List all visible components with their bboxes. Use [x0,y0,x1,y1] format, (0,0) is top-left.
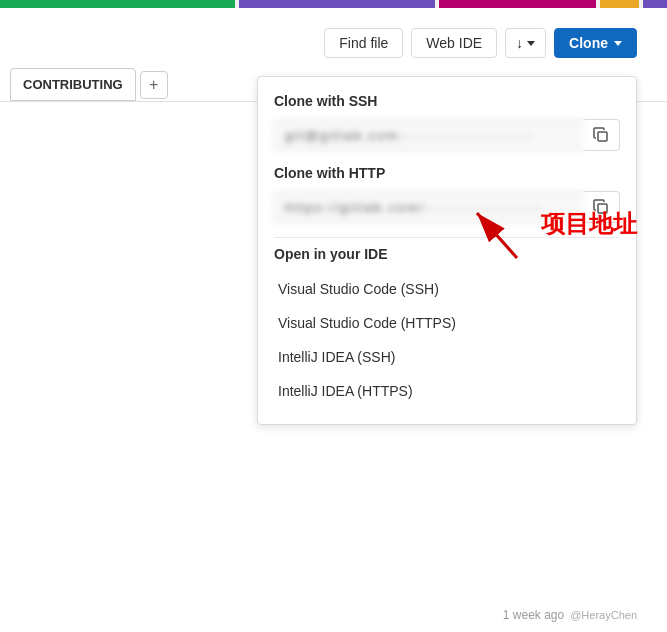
download-chevron-icon [527,41,535,46]
timestamp: 1 week ago [503,608,564,622]
find-file-button[interactable]: Find file [324,28,403,58]
watermark: @HerayChen [570,609,637,621]
ssh-section-title: Clone with SSH [274,93,620,109]
clone-chevron-icon [614,41,622,46]
ide-option-intellij-ssh[interactable]: IntelliJ IDEA (SSH) [274,340,620,374]
color-bar-teal [0,0,235,8]
toolbar: Find file Web IDE ↓ Clone [0,8,667,68]
ide-option-vscode-ssh[interactable]: Visual Studio Code (SSH) [274,272,620,306]
clone-label: Clone [569,35,608,51]
color-bar-purple [239,0,435,8]
ide-option-intellij-https[interactable]: IntelliJ IDEA (HTTPS) [274,374,620,408]
ssh-copy-button[interactable] [583,119,620,151]
tab-contributing[interactable]: CONTRIBUTING [10,68,136,101]
clone-dropdown-panel: Clone with SSH git@gitlab.com:··········… [257,76,637,425]
ide-option-vscode-https[interactable]: Visual Studio Code (HTTPS) [274,306,620,340]
add-icon: + [149,76,158,94]
ssh-input-row: git@gitlab.com:······················· [274,119,620,151]
clone-button[interactable]: Clone [554,28,637,58]
http-section-title: Clone with HTTP [274,165,620,181]
footer: 1 week ago @HerayChen [503,608,637,622]
color-bar-yellow [600,0,639,8]
ide-section-title: Open in your IDE [274,246,620,262]
dropdown-divider [274,237,620,238]
color-bar-dark-purple [643,0,667,8]
ssh-url-input[interactable]: git@gitlab.com:······················· [274,120,583,151]
http-input-row: https://gitlab.com/····················· [274,191,620,223]
tab-add-button[interactable]: + [140,71,168,99]
color-bar-magenta [439,0,596,8]
download-icon: ↓ [516,35,523,51]
http-copy-button[interactable] [583,191,620,223]
web-ide-button[interactable]: Web IDE [411,28,497,58]
main-content: Find file Web IDE ↓ Clone CONTRIBUTING +… [0,8,667,632]
copy-ssh-icon [593,127,609,143]
svg-rect-0 [598,132,607,141]
download-button[interactable]: ↓ [505,28,546,58]
http-url-input[interactable]: https://gitlab.com/····················· [274,192,583,223]
svg-rect-1 [598,204,607,213]
tab-contributing-label: CONTRIBUTING [23,77,123,92]
copy-http-icon [593,199,609,215]
top-color-bar [0,0,667,8]
